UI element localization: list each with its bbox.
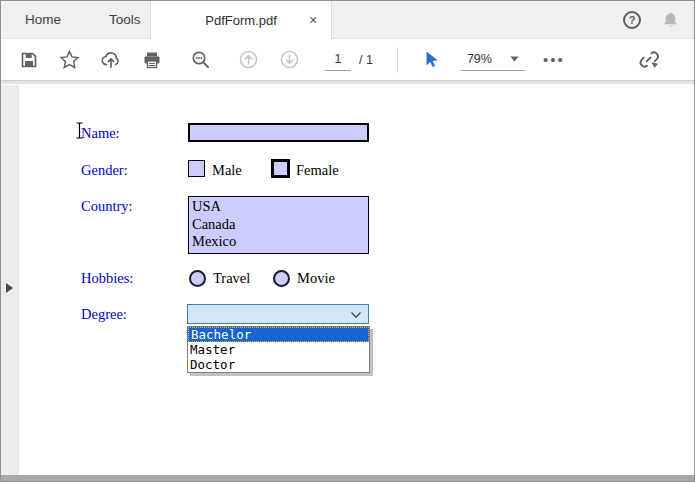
female-option-label: Female [296, 162, 339, 179]
tab-document[interactable]: PdfForm.pdf × [150, 1, 332, 40]
movie-option-label: Movie [297, 270, 335, 287]
name-field[interactable] [188, 123, 369, 142]
page-up-icon [238, 49, 259, 70]
gender-label: Gender: [81, 162, 128, 179]
toolbar-document-divider [1, 80, 694, 84]
country-option-usa[interactable]: USA [192, 198, 368, 216]
zoom-caret-icon [510, 56, 519, 62]
chevron-down-icon [350, 311, 362, 319]
search-icon [190, 49, 211, 70]
collapsed-navigation-pane [1, 85, 19, 475]
movie-radio[interactable] [273, 270, 290, 287]
star-button[interactable] [49, 44, 90, 76]
print-button[interactable] [131, 44, 172, 76]
save-button[interactable] [8, 44, 49, 76]
share-link-icon [638, 49, 662, 71]
degree-label: Degree: [81, 306, 127, 323]
toolbar: 1 / 1 79% ••• [1, 39, 694, 80]
help-icon[interactable]: ? [623, 11, 641, 29]
country-option-mexico[interactable]: Mexico [192, 233, 368, 251]
pointer-tool-icon [421, 49, 440, 70]
male-option-label: Male [212, 162, 242, 179]
cloud-upload-button[interactable] [90, 44, 131, 76]
cloud-upload-icon [100, 49, 122, 71]
horizontal-scrollbar[interactable] [1, 475, 694, 481]
next-page-button[interactable] [269, 44, 310, 76]
name-label: Name: [81, 125, 120, 142]
travel-radio[interactable] [189, 270, 206, 287]
share-link-button[interactable] [629, 44, 670, 76]
male-checkbox[interactable] [188, 160, 205, 177]
document-page: Name: Gender: Male Female Country: USA C… [1, 85, 694, 475]
tab-bar: Home Tools PdfForm.pdf × ? [1, 1, 694, 39]
degree-option-bachelor[interactable]: Bachelor [188, 327, 369, 342]
expand-panel-arrow[interactable] [6, 283, 13, 293]
female-checkbox[interactable] [271, 159, 290, 178]
print-icon [142, 50, 162, 70]
select-tool-button[interactable] [410, 44, 451, 76]
zoom-level-value: 79% [467, 52, 492, 66]
pdf-viewer-window: Home Tools PdfForm.pdf × ? [0, 0, 695, 482]
hobbies-label: Hobbies: [81, 270, 133, 287]
degree-combobox[interactable] [187, 304, 369, 324]
travel-option-label: Travel [213, 270, 250, 287]
country-listbox[interactable]: USA Canada Mexico [188, 196, 369, 254]
close-tab-icon[interactable]: × [305, 12, 321, 28]
tab-home[interactable]: Home [1, 1, 85, 38]
previous-page-button[interactable] [228, 44, 269, 76]
zoom-level-control[interactable]: 79% [461, 49, 525, 71]
country-option-canada[interactable]: Canada [192, 216, 368, 234]
star-icon [59, 49, 80, 70]
country-label: Country: [81, 198, 133, 215]
page-number-input[interactable]: 1 [325, 49, 351, 71]
toolbar-divider [397, 47, 398, 73]
bell-icon[interactable] [661, 11, 680, 30]
more-options-button[interactable]: ••• [543, 51, 565, 68]
degree-dropdown-list: Bachelor Master Doctor [187, 326, 370, 373]
tabbar-right-icons: ? [623, 1, 680, 39]
degree-option-master[interactable]: Master [188, 342, 369, 357]
search-button[interactable] [180, 44, 221, 76]
document-tab-title: PdfForm.pdf [205, 13, 277, 28]
save-icon [19, 50, 39, 70]
page-total-label: / 1 [359, 53, 373, 67]
degree-option-doctor[interactable]: Doctor [188, 357, 369, 372]
page-down-icon [279, 49, 300, 70]
